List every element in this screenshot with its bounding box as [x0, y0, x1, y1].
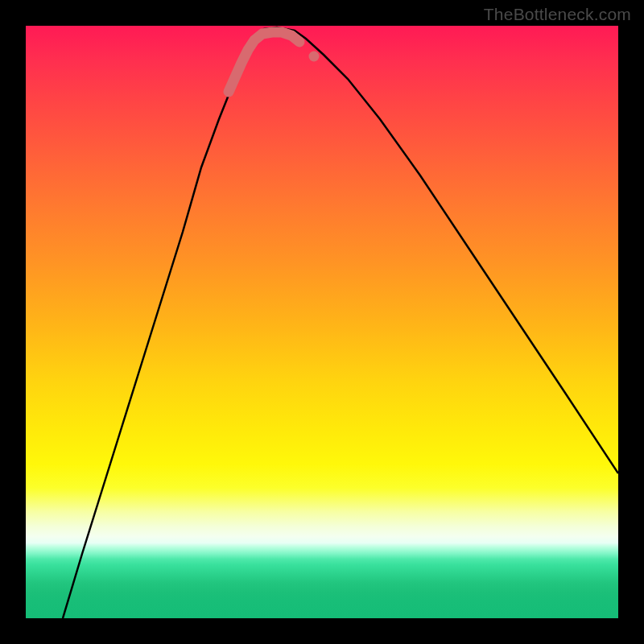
chart-frame: TheBottleneck.com: [0, 0, 644, 644]
bottleneck-curve: [63, 27, 618, 618]
curve-markers: [229, 32, 299, 92]
plot-area: [26, 26, 618, 618]
curve-layer: [26, 26, 618, 618]
marker-segment: [229, 32, 299, 92]
watermark-text: TheBottleneck.com: [484, 5, 631, 24]
curve-marker-dot: [309, 52, 320, 62]
